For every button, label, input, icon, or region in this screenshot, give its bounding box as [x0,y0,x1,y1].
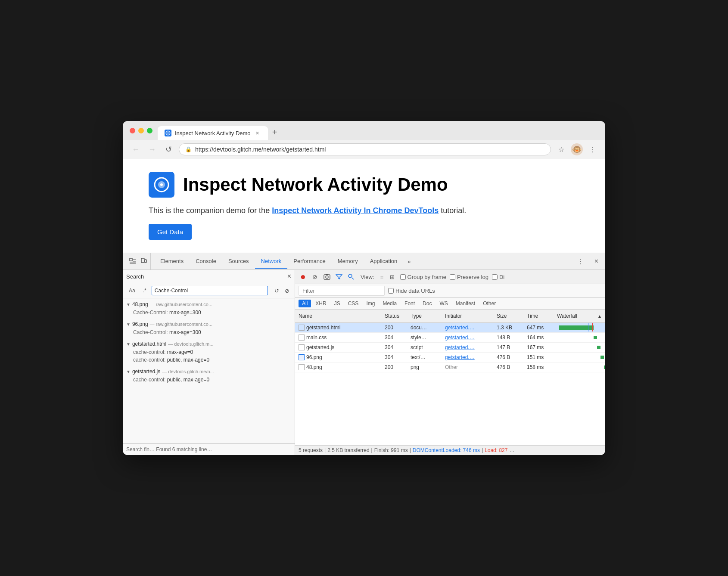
preserve-log-checkbox[interactable] [450,274,455,280]
waterfall-bar [559,325,594,330]
tab-console[interactable]: Console [190,254,222,269]
detail-view-button[interactable]: ⊞ [388,273,397,281]
regex-button[interactable]: .* [140,287,149,294]
disable-cache-checkbox[interactable] [492,274,498,280]
hide-data-urls-checkbox[interactable] [388,288,394,294]
search-input[interactable] [152,286,268,295]
result-value: max-age=0 [167,349,193,355]
address-bar[interactable]: 🔒 https://devtools.glitch.me/network/get… [179,143,551,155]
col-status[interactable]: Status [381,311,407,321]
device-icon[interactable] [139,257,149,266]
type-filter-js[interactable]: JS [331,300,344,307]
group-by-frame-checkbox[interactable] [400,274,406,280]
row-status: 304 [381,333,407,342]
type-filter-all[interactable]: All [299,300,311,307]
devtools: Elements Console Sources Network Perform… [123,253,605,455]
initiator-link[interactable]: getstarted.… [445,334,475,341]
more-tabs-button[interactable]: » [403,255,415,268]
type-filter-css[interactable]: CSS [345,300,362,307]
maximize-button[interactable] [147,128,152,133]
filter-input[interactable] [299,286,385,296]
col-name[interactable]: Name [295,311,381,321]
browser-tab[interactable]: Inspect Network Activity Demo × [158,126,268,140]
network-panel: ⏺ ⊘ View: ≡ ⊞ [295,270,605,455]
filter-icon[interactable] [335,273,343,281]
col-type[interactable]: Type [407,311,442,321]
close-button[interactable] [130,128,135,133]
type-filter-doc[interactable]: Doc [419,300,435,307]
table-row[interactable]: main.css 304 style… getstarted.… 148 B 1… [295,333,605,343]
table-row[interactable]: 96.png 304 text/… getstarted.… 476 B 151… [295,353,605,362]
col-size[interactable]: Size [493,311,523,321]
forward-button[interactable]: → [146,143,158,155]
file-icon [299,364,305,370]
page-content: Inspect Network Activity Demo This is th… [123,159,605,253]
tab-close-button[interactable]: × [254,130,261,136]
tab-performance[interactable]: Performance [287,254,331,269]
initiator-link[interactable]: getstarted.… [445,325,475,331]
result-key: cache-control: [133,377,167,383]
search-close-button[interactable]: × [287,273,291,280]
devtools-menu-button[interactable]: ⋮ [574,256,588,267]
type-filter-font[interactable]: Font [401,300,418,307]
clear-button[interactable]: ⊘ [311,273,319,281]
search-status: Search fin… Found 6 matching line… [123,443,295,455]
type-filter-media[interactable]: Media [379,300,400,307]
type-filter-manifest[interactable]: Manifest [452,300,479,307]
search-group-header-48png[interactable]: ▼ 48.png — raw.githubusercontent.co... [123,300,295,309]
table-row[interactable]: getstarted.html 200 docu… getstarted.… 1… [295,323,605,333]
minimize-button[interactable] [138,128,144,133]
get-data-button[interactable]: Get Data [149,224,192,240]
search-result-item: Cache-Control: max-age=300 [123,328,295,336]
row-status: 304 [381,353,407,362]
col-initiator[interactable]: Initiator [442,311,493,321]
initiator-link[interactable]: getstarted.… [445,354,475,360]
reload-button[interactable]: ↺ [162,143,174,155]
star-button[interactable]: ☆ [555,143,567,155]
type-filter-img[interactable]: Img [363,300,378,307]
devtools-close-button[interactable]: × [591,256,602,267]
match-case-button[interactable]: Aa [126,287,138,294]
clear-search-button[interactable]: ⊘ [283,286,291,295]
avatar[interactable]: 🐵 [571,143,583,155]
initiator-other: Other [445,364,458,370]
devtools-tabs: Elements Console Sources Network Perform… [123,253,605,270]
tab-favicon [165,130,171,136]
type-filter-xhr[interactable]: XHR [312,300,330,307]
search-group-header-getstarted-js[interactable]: ▼ getstarted.js — devtools.glitch.me/n..… [123,367,295,376]
search-icon[interactable] [347,273,355,281]
back-button[interactable]: ← [130,143,142,155]
tab-elements[interactable]: Elements [154,254,190,269]
page-subtitle: This is the companion demo for the Inspe… [149,206,579,215]
more-button[interactable]: ⋮ [586,143,598,155]
table-row[interactable]: getstarted.js 304 script getstarted.… 14… [295,343,605,353]
type-filter-ws[interactable]: WS [436,300,451,307]
tab-network[interactable]: Network [255,254,288,269]
record-button[interactable]: ⏺ [299,273,307,281]
inspect-icon[interactable] [128,257,137,266]
new-tab-button[interactable]: + [269,126,281,138]
browser-window: Inspect Network Activity Demo × + ← → ↺ … [123,121,605,455]
tabs-area: Inspect Network Activity Demo × + [158,126,598,140]
row-size: 148 B [493,333,523,342]
search-group-header-96png[interactable]: ▼ 96.png — raw.githubusercontent.co... [123,320,295,328]
tab-memory[interactable]: Memory [332,254,364,269]
subtitle-link[interactable]: Inspect Network Activity In Chrome DevTo… [272,206,439,215]
row-initiator: getstarted.… [442,323,493,332]
col-waterfall[interactable]: Waterfall ▲ [554,311,605,321]
type-filter-other[interactable]: Other [479,300,499,307]
row-initiator: getstarted.… [442,343,493,352]
search-group-header-getstarted-html[interactable]: ▼ getstarted.html — devtools.glitch.m... [123,340,295,348]
table-row[interactable]: 48.png 200 png Other 476 B 158 ms [295,362,605,372]
tab-application[interactable]: Application [364,254,404,269]
col-time[interactable]: Time [523,311,554,321]
tab-sources[interactable]: Sources [222,254,255,269]
screenshot-button[interactable] [323,273,331,281]
result-key: cache-control: [133,357,167,363]
filename-label: getstarted.html [132,341,166,347]
refresh-search-button[interactable]: ↺ [272,286,281,295]
filename-label: 96.png [132,321,148,327]
initiator-link[interactable]: getstarted.… [445,344,475,350]
list-view-button[interactable]: ≡ [378,273,386,281]
file-icon [299,334,305,341]
